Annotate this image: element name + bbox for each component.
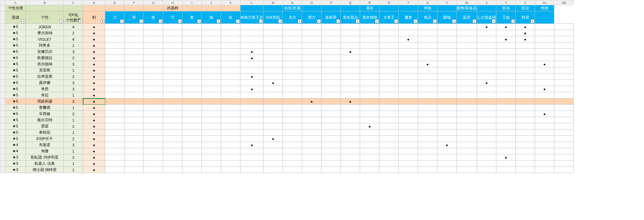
data-cell[interactable] xyxy=(477,92,496,98)
col-header[interactable] xyxy=(535,11,554,24)
data-cell[interactable] xyxy=(360,42,379,49)
data-cell[interactable] xyxy=(399,24,418,30)
data-cell[interactable] xyxy=(105,42,125,49)
data-cell[interactable] xyxy=(437,61,457,67)
data-cell[interactable] xyxy=(360,67,379,74)
data-cell[interactable] xyxy=(360,24,379,30)
col-letter[interactable]: AB xyxy=(554,0,574,5)
data-cell[interactable]: ● xyxy=(83,67,105,74)
data-cell[interactable] xyxy=(399,161,418,167)
data-cell[interactable] xyxy=(554,148,574,154)
data-cell[interactable] xyxy=(535,24,554,30)
data-cell[interactable] xyxy=(202,55,221,61)
data-cell[interactable] xyxy=(144,105,163,111)
data-cell[interactable] xyxy=(240,30,264,36)
data-cell[interactable]: ● xyxy=(83,161,105,167)
row-num[interactable] xyxy=(0,98,5,105)
data-cell[interactable] xyxy=(264,105,283,111)
data-cell[interactable] xyxy=(264,30,283,36)
data-cell[interactable] xyxy=(477,61,496,67)
cell-star[interactable]: ★5 xyxy=(5,80,26,86)
col-header[interactable]: 料理▾ xyxy=(516,11,535,24)
data-cell[interactable] xyxy=(302,148,321,154)
data-cell[interactable] xyxy=(516,98,535,105)
data-cell[interactable] xyxy=(240,161,264,167)
col-header[interactable]: 魔兽▾ xyxy=(399,11,418,24)
col-letter[interactable]: Z xyxy=(516,0,535,5)
data-cell[interactable] xyxy=(516,148,535,154)
data-cell[interactable] xyxy=(437,74,457,80)
data-cell[interactable]: ● xyxy=(83,55,105,61)
row-num[interactable] xyxy=(0,42,5,49)
data-cell[interactable] xyxy=(496,92,516,98)
data-cell[interactable] xyxy=(516,74,535,80)
cell-pcount[interactable]: 2 xyxy=(64,136,83,142)
data-cell[interactable] xyxy=(418,98,437,105)
data-cell[interactable] xyxy=(496,111,516,117)
data-cell[interactable] xyxy=(341,111,360,117)
data-cell[interactable] xyxy=(221,130,240,136)
cell-pcount[interactable]: 3 xyxy=(64,80,83,86)
data-cell[interactable] xyxy=(554,111,574,117)
data-cell[interactable] xyxy=(379,67,399,74)
data-cell[interactable] xyxy=(321,42,341,49)
data-cell[interactable] xyxy=(341,30,360,36)
data-cell[interactable] xyxy=(437,161,457,167)
data-cell[interactable] xyxy=(264,61,283,67)
data-cell[interactable] xyxy=(399,49,418,55)
cell-name[interactable]: 露伊娜 xyxy=(26,80,64,86)
data-cell[interactable] xyxy=(516,42,535,49)
col-header[interactable]: 米格兰斯王宫▾ xyxy=(240,11,264,24)
data-cell[interactable] xyxy=(535,142,554,148)
data-cell[interactable] xyxy=(283,86,302,92)
data-cell[interactable] xyxy=(496,49,516,55)
data-cell[interactable] xyxy=(341,55,360,61)
data-cell[interactable] xyxy=(437,92,457,98)
row-num[interactable] xyxy=(0,105,5,111)
data-cell[interactable] xyxy=(264,98,283,105)
data-cell[interactable] xyxy=(221,36,240,42)
col-letter[interactable]: E xyxy=(105,0,125,5)
data-cell[interactable] xyxy=(554,55,574,61)
data-cell[interactable] xyxy=(264,42,283,49)
data-cell[interactable] xyxy=(477,136,496,142)
data-cell[interactable] xyxy=(516,105,535,111)
data-cell[interactable] xyxy=(341,86,360,92)
data-cell[interactable] xyxy=(554,154,574,161)
data-cell[interactable] xyxy=(341,36,360,42)
data-cell[interactable] xyxy=(535,98,554,105)
data-cell[interactable] xyxy=(221,123,240,130)
data-cell[interactable] xyxy=(554,30,574,36)
col-letter[interactable]: D xyxy=(83,0,105,5)
data-cell[interactable] xyxy=(321,148,341,154)
data-cell[interactable] xyxy=(554,167,574,173)
data-cell[interactable] xyxy=(477,148,496,154)
cell-star[interactable]: ★5 xyxy=(5,74,26,80)
data-cell[interactable] xyxy=(144,142,163,148)
data-cell[interactable] xyxy=(477,142,496,148)
data-cell[interactable] xyxy=(437,98,457,105)
col-header[interactable]: 刀▾ xyxy=(105,11,125,24)
data-cell[interactable] xyxy=(457,67,477,74)
cell-star[interactable]: ★3 xyxy=(5,167,26,173)
data-cell[interactable] xyxy=(496,98,516,105)
data-cell[interactable] xyxy=(399,136,418,142)
data-cell[interactable] xyxy=(379,49,399,55)
data-cell[interactable] xyxy=(163,148,182,154)
data-cell[interactable] xyxy=(264,148,283,154)
data-cell[interactable] xyxy=(302,117,321,123)
col-header[interactable]: 大胃王▾ xyxy=(379,11,399,24)
data-cell[interactable] xyxy=(418,92,437,98)
data-cell[interactable]: ● xyxy=(399,36,418,42)
data-cell[interactable] xyxy=(202,30,221,36)
filter-icon[interactable]: ▾ xyxy=(21,19,25,23)
data-cell[interactable] xyxy=(535,161,554,167)
data-cell[interactable] xyxy=(477,55,496,61)
data-cell[interactable] xyxy=(221,92,240,98)
data-cell[interactable] xyxy=(182,142,202,148)
data-cell[interactable] xyxy=(144,49,163,55)
data-cell[interactable] xyxy=(144,98,163,105)
cell-name[interactable]: 彩虹团 内伊利亚 xyxy=(26,154,64,161)
data-cell[interactable] xyxy=(105,111,125,117)
data-cell[interactable] xyxy=(496,61,516,67)
